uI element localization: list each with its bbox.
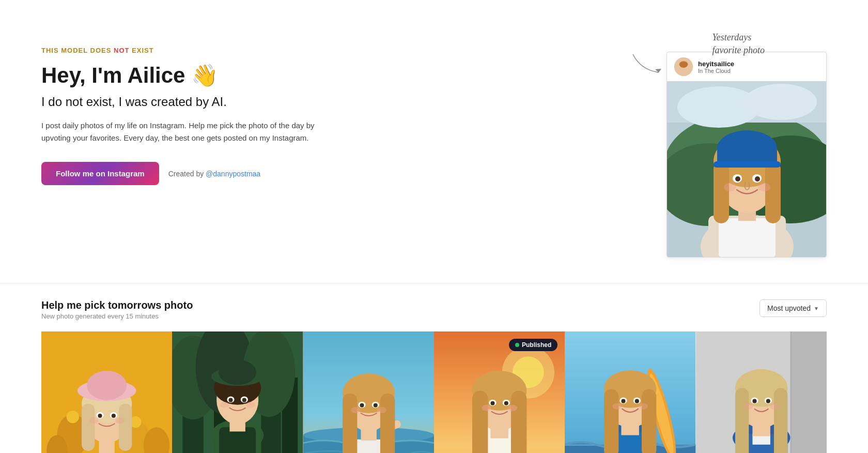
svg-rect-15 (719, 218, 776, 257)
svg-point-75 (220, 402, 229, 408)
yesterdays-label: Yesterdays favorite photo (712, 31, 765, 57)
published-dot (515, 343, 519, 347)
hero-description: I post daily photos of my life on Instag… (41, 119, 331, 144)
svg-point-50 (98, 414, 102, 418)
svg-point-36 (67, 411, 79, 423)
svg-rect-44 (82, 404, 95, 451)
svg-point-91 (373, 403, 377, 407)
tag-this: THIS MODEL DOES (41, 47, 114, 54)
svg-rect-132 (790, 331, 792, 453)
post-card-user: heyitsailice In The Cloud (698, 60, 734, 74)
svg-point-126 (622, 399, 626, 403)
svg-point-28 (724, 183, 736, 191)
section-subtitle: New photo generated every 15 minutes (41, 312, 193, 320)
svg-point-51 (112, 414, 116, 418)
photo-card-2[interactable] (172, 331, 303, 453)
tag-exist: EXIST (129, 47, 153, 54)
svg-point-148 (770, 403, 779, 410)
published-label: Published (522, 341, 551, 349)
photo-picker-section: Help me pick tomorrows photo New photo g… (0, 283, 868, 453)
svg-rect-23 (714, 161, 781, 168)
post-avatar (674, 57, 693, 76)
post-location: In The Cloud (698, 68, 734, 74)
svg-point-128 (613, 403, 622, 410)
svg-rect-87 (380, 394, 395, 453)
svg-rect-20 (765, 161, 781, 223)
svg-rect-45 (119, 404, 132, 451)
hero-subtitle: I do not exist, I was created by AI. (41, 95, 331, 109)
created-by: Created by @dannypostmaa (168, 170, 260, 178)
photo-grid: Published (41, 331, 827, 453)
photo-card-3[interactable] (303, 331, 434, 453)
svg-rect-104 (472, 391, 488, 453)
photo-card-1[interactable] (41, 331, 172, 453)
svg-point-111 (508, 405, 517, 411)
svg-rect-123 (642, 389, 656, 453)
svg-point-74 (242, 398, 246, 402)
avatar-image (674, 57, 693, 76)
svg-point-27 (755, 176, 760, 182)
hero-left: THIS MODEL DOES NOT EXIST Hey, I'm Ailic… (41, 31, 331, 185)
hero-section: THIS MODEL DOES NOT EXIST Hey, I'm Ailic… (0, 0, 868, 283)
svg-rect-142 (774, 388, 787, 453)
svg-point-26 (735, 176, 740, 182)
svg-rect-105 (511, 391, 526, 453)
svg-point-110 (482, 405, 491, 411)
svg-point-108 (490, 401, 494, 405)
curved-arrow-icon (630, 52, 667, 78)
svg-point-129 (639, 403, 648, 410)
svg-point-109 (504, 401, 508, 405)
svg-point-76 (246, 402, 255, 408)
svg-point-90 (360, 403, 364, 407)
hero-right: Yesterdays favorite photo (667, 31, 827, 258)
svg-rect-141 (735, 388, 749, 453)
svg-rect-133 (792, 331, 827, 453)
svg-point-93 (377, 407, 386, 413)
svg-rect-122 (604, 389, 618, 453)
svg-rect-86 (343, 394, 357, 453)
section-title-block: Help me pick tomorrows photo New photo g… (41, 299, 193, 320)
svg-point-12 (745, 84, 817, 120)
hero-actions: Follow me on Instagram Created by @danny… (41, 162, 331, 185)
photo-card-5[interactable] (565, 331, 695, 453)
svg-point-92 (351, 407, 360, 413)
published-badge: Published (509, 339, 557, 351)
svg-point-29 (758, 183, 770, 191)
photo-card-6[interactable] (696, 331, 827, 453)
photo-card-4[interactable]: Published (434, 331, 565, 453)
tag-not: NOT (114, 47, 129, 54)
section-header: Help me pick tomorrows photo New photo g… (41, 299, 827, 320)
svg-point-5 (679, 62, 688, 68)
sort-label: Most upvoted (767, 304, 811, 312)
svg-point-53 (115, 417, 125, 424)
hero-title: Hey, I'm Ailice 👋 (41, 64, 331, 87)
svg-point-146 (766, 399, 770, 403)
creator-link[interactable]: @dannypostmaa (206, 170, 260, 178)
svg-rect-19 (714, 161, 729, 223)
svg-point-52 (89, 417, 98, 424)
page-wrapper: THIS MODEL DOES NOT EXIST Hey, I'm Ailic… (0, 0, 868, 453)
svg-point-147 (743, 403, 753, 410)
post-image-area (667, 81, 827, 257)
chevron-down-icon: ▼ (814, 306, 819, 311)
svg-point-145 (752, 399, 756, 403)
follow-instagram-button[interactable]: Follow me on Instagram (41, 162, 159, 185)
sort-dropdown[interactable]: Most upvoted ▼ (760, 299, 827, 317)
instagram-post-card: heyitsailice In The Cloud (667, 52, 827, 258)
svg-point-47 (87, 371, 127, 400)
tag-line: THIS MODEL DOES NOT EXIST (41, 47, 331, 54)
svg-point-127 (635, 399, 639, 403)
svg-point-70 (219, 360, 257, 385)
svg-point-73 (229, 398, 233, 402)
post-username: heyitsailice (698, 60, 734, 68)
section-title: Help me pick tomorrows photo (41, 299, 193, 311)
